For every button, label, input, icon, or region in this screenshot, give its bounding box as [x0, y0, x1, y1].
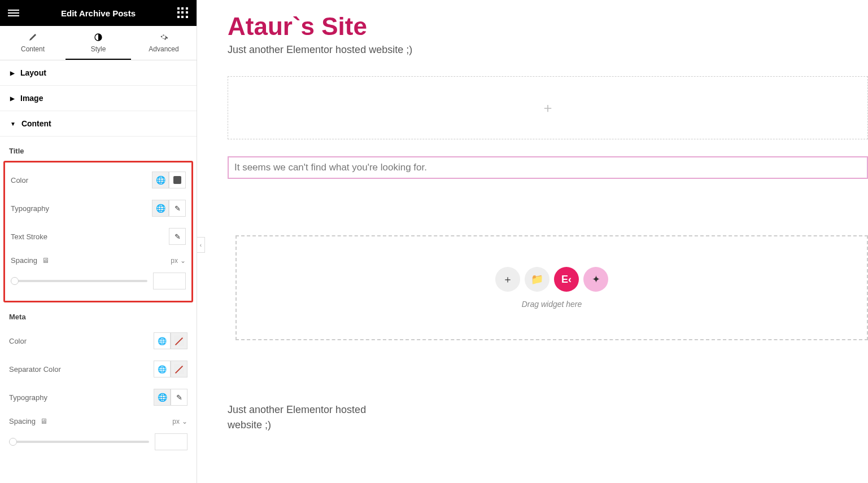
preview-canvas: Ataur`s Site Just another Elementor host…	[197, 0, 868, 483]
globe-icon: 🌐	[156, 204, 165, 213]
tab-advanced[interactable]: Advanced	[131, 26, 197, 60]
title-spacing-row: Spacing🖥 px ⌄	[11, 251, 186, 270]
highlighted-title-controls: Color 🌐 Typography 🌐 ✎ Text Stroke	[3, 161, 193, 302]
title-typography-label: Typography	[11, 204, 152, 213]
elementskit-button[interactable]: E‹	[554, 267, 579, 292]
folder-button[interactable]: 📁	[525, 267, 549, 292]
meta-sep-swatch[interactable]	[171, 361, 187, 377]
section-layout[interactable]: Layout	[0, 60, 197, 86]
section-layout-label: Layout	[20, 68, 46, 77]
title-spacing-slider[interactable]	[11, 280, 147, 282]
section-image[interactable]: Image	[0, 86, 197, 111]
pencil-icon: ✎	[176, 393, 182, 402]
drop-hint: Drag widget here	[522, 300, 582, 309]
widgets-grid-icon[interactable]	[177, 7, 189, 19]
title-color-row: Color 🌐	[11, 166, 186, 194]
meta-typography-global[interactable]: 🌐	[154, 389, 171, 406]
tab-style[interactable]: Style	[66, 26, 131, 60]
widget-drop-zone[interactable]: ＋ 📁 E‹ ✦ Drag widget here	[235, 235, 868, 340]
title-typography-row: Typography 🌐 ✎	[11, 194, 186, 222]
title-spacing-slider-row	[11, 270, 186, 297]
meta-sep-global[interactable]: 🌐	[154, 361, 171, 377]
meta-spacing-unit[interactable]: px ⌄	[172, 418, 187, 425]
title-textstroke-row: Text Stroke ✎	[11, 222, 186, 251]
title-textstroke-edit[interactable]: ✎	[169, 228, 186, 245]
chevron-down-icon: ⌄	[182, 418, 187, 425]
title-typography-global[interactable]: 🌐	[152, 200, 169, 217]
title-textstroke-label: Text Stroke	[11, 232, 169, 241]
meta-heading: Meta	[9, 302, 187, 327]
globe-icon: 🌐	[158, 337, 167, 345]
title-color-global[interactable]: 🌐	[152, 172, 169, 188]
menu-icon[interactable]	[8, 7, 19, 19]
meta-color-global[interactable]: 🌐	[154, 332, 171, 349]
globe-icon: 🌐	[158, 393, 167, 402]
meta-separator-color-label: Separator Color	[9, 365, 154, 374]
meta-separator-color-row: Separator Color 🌐	[9, 355, 187, 383]
globe-icon: 🌐	[156, 175, 165, 185]
tab-style-label: Style	[91, 45, 106, 53]
plus-icon: ＋	[541, 99, 555, 117]
add-widget-button[interactable]: ＋	[495, 267, 520, 292]
meta-color-row: Color 🌐	[9, 327, 187, 355]
plus-icon: ＋	[503, 273, 513, 286]
ek-icon: E‹	[561, 274, 572, 286]
title-typography-edit[interactable]: ✎	[169, 200, 186, 217]
section-content-label: Content	[21, 119, 51, 128]
site-tagline: Just another Elementor hosted website ;)	[228, 44, 868, 56]
chevron-down-icon: ⌄	[180, 257, 186, 265]
meta-typography-edit[interactable]: ✎	[171, 389, 187, 406]
pencil-icon	[28, 33, 37, 42]
meta-spacing-slider-row	[9, 431, 187, 458]
desktop-icon[interactable]: 🖥	[42, 256, 49, 265]
content-controls: Title Color 🌐 Typography 🌐 ✎	[0, 137, 197, 458]
widget-actions: ＋ 📁 E‹ ✦	[495, 267, 608, 292]
pencil-icon: ✎	[175, 232, 181, 241]
settings-tabs: Content Style Advanced	[0, 26, 197, 60]
title-heading: Title	[9, 137, 187, 161]
editor-sidebar: Edit Archive Posts Content Style Advance…	[0, 0, 197, 483]
not-found-message[interactable]: It seems we can't find what you're looki…	[228, 156, 868, 179]
title-spacing-label: Spacing🖥	[11, 256, 171, 265]
footer-tagline: Just another Elementor hosted website ;)	[228, 402, 374, 433]
meta-spacing-input[interactable]	[155, 433, 187, 450]
title-color-swatch[interactable]	[169, 172, 186, 188]
no-color-icon	[174, 364, 184, 374]
site-title: Ataur`s Site	[228, 12, 868, 41]
desktop-icon[interactable]: 🖥	[40, 417, 47, 425]
meta-spacing-label: Spacing🖥	[9, 417, 172, 425]
meta-color-swatch[interactable]	[171, 332, 187, 349]
meta-spacing-slider[interactable]	[9, 441, 149, 443]
globe-icon: 🌐	[158, 365, 167, 374]
contrast-icon	[94, 33, 103, 42]
tab-advanced-label: Advanced	[149, 45, 178, 53]
meta-typography-label: Typography	[9, 393, 154, 402]
section-drop-zone[interactable]: ＋	[228, 76, 868, 139]
gear-icon	[159, 33, 168, 42]
folder-icon: 📁	[531, 273, 543, 286]
section-content[interactable]: Content	[0, 111, 197, 137]
color-swatch	[173, 176, 181, 184]
sidebar-title: Edit Archive Posts	[19, 8, 177, 18]
title-spacing-unit[interactable]: px ⌄	[171, 257, 186, 265]
pencil-icon: ✎	[175, 204, 181, 213]
section-image-label: Image	[20, 94, 43, 103]
meta-typography-row: Typography 🌐 ✎	[9, 383, 187, 411]
sparkle-icon: ✦	[592, 273, 600, 286]
controls-panel: Layout Image Content Title Color 🌐 Typog…	[0, 60, 197, 483]
title-spacing-input[interactable]	[153, 273, 186, 289]
tab-content-label: Content	[21, 45, 45, 53]
no-color-icon	[174, 336, 184, 346]
tab-content[interactable]: Content	[0, 26, 66, 60]
ai-button[interactable]: ✦	[583, 267, 608, 292]
sidebar-topbar: Edit Archive Posts	[0, 0, 197, 26]
meta-spacing-row: Spacing🖥 px ⌄	[9, 411, 187, 431]
title-color-label: Color	[11, 176, 152, 185]
meta-color-label: Color	[9, 337, 154, 345]
